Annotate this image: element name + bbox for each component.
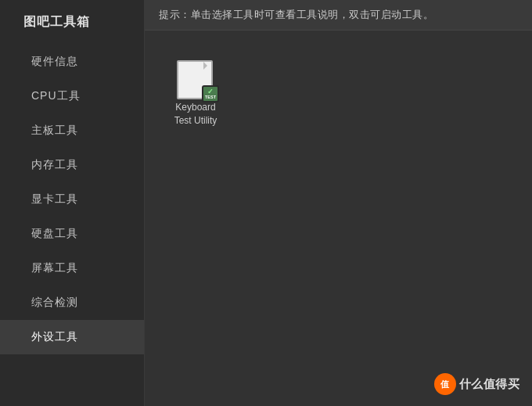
- tool-keyboard-test-utility[interactable]: ✓ TEST Keyboard Test Utility: [160, 54, 231, 134]
- sidebar-item-peripherals[interactable]: 外设工具: [0, 320, 144, 354]
- sidebar-item-hardware[interactable]: 硬件信息: [0, 45, 144, 79]
- watermark: 值 什么值得买: [434, 373, 520, 395]
- watermark-text: 什么值得买: [459, 377, 520, 392]
- sidebar-item-memory[interactable]: 内存工具: [0, 148, 144, 182]
- sidebar-item-motherboard[interactable]: 主板工具: [0, 113, 144, 148]
- sidebar-title: 图吧工具箱: [0, 0, 144, 45]
- ktu-badge: ✓ TEST: [202, 85, 219, 102]
- sidebar-item-diagnostics[interactable]: 综合检测: [0, 286, 144, 320]
- keyboard-test-utility-icon: ✓ TEST: [175, 60, 216, 101]
- tool-label-keyboard-test-utility: Keyboard Test Utility: [174, 101, 217, 128]
- sidebar-item-disk[interactable]: 硬盘工具: [0, 217, 144, 251]
- tool-area: ✓ TEST Keyboard Test Utility: [145, 31, 532, 406]
- hint-bar: 提示：单击选择工具时可查看工具说明，双击可启动工具。: [145, 0, 532, 31]
- sidebar: 图吧工具箱 硬件信息 CPU工具 主板工具 内存工具 显卡工具 硬盘工具 屏幕工…: [0, 0, 145, 406]
- sidebar-item-display[interactable]: 屏幕工具: [0, 251, 144, 286]
- badge-text: TEST: [205, 95, 216, 100]
- sidebar-item-gpu[interactable]: 显卡工具: [0, 182, 144, 217]
- sidebar-item-cpu[interactable]: CPU工具: [0, 79, 144, 113]
- watermark-icon: 值: [434, 373, 456, 395]
- main-content: 提示：单击选择工具时可查看工具说明，双击可启动工具。 ✓ TEST: [145, 0, 532, 406]
